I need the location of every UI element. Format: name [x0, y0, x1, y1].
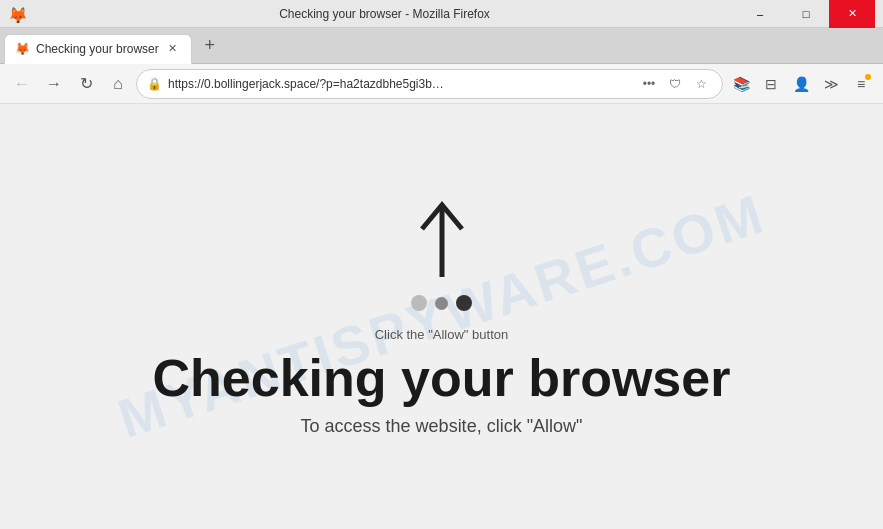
url-more-button[interactable]: ••• [638, 73, 660, 95]
reload-button[interactable]: ↻ [72, 70, 100, 98]
sub-heading: To access the website, click "Allow" [301, 416, 583, 437]
titlebar: 🦊 Checking your browser - Mozilla Firefo… [0, 0, 883, 28]
main-heading: Checking your browser [153, 348, 731, 408]
extensions-button[interactable]: ≫ [817, 70, 845, 98]
maximize-button[interactable]: □ [783, 0, 829, 28]
new-tab-button[interactable]: + [196, 32, 224, 60]
url-action-icons: ••• 🛡 ☆ [638, 73, 712, 95]
lock-icon: 🔒 [147, 77, 162, 91]
click-hint-text: Click the "Allow" button [375, 327, 509, 342]
active-tab[interactable]: 🦊 Checking your browser ✕ [4, 34, 192, 64]
url-bar[interactable]: 🔒 https://0.bollingerjack.space/?p=ha2ta… [136, 69, 723, 99]
url-text: https://0.bollingerjack.space/?p=ha2tazd… [168, 77, 632, 91]
home-button[interactable]: ⌂ [104, 70, 132, 98]
dot-1 [411, 295, 427, 311]
tabbar: 🦊 Checking your browser ✕ + [0, 28, 883, 64]
toolbar-right: 📚 ⊟ 👤 ≫ ≡ [727, 70, 875, 98]
tab-close-button[interactable]: ✕ [165, 41, 181, 57]
window-title: Checking your browser - Mozilla Firefox [32, 7, 737, 21]
close-button[interactable]: ✕ [829, 0, 875, 28]
bookmark-button[interactable]: ☆ [690, 73, 712, 95]
dot-3 [456, 295, 472, 311]
back-button[interactable]: ← [8, 70, 36, 98]
shield-button[interactable]: 🛡 [664, 73, 686, 95]
minimize-button[interactable]: – [737, 0, 783, 28]
content-area: MYANTISPYWARE.COM Click the "Allow" butt… [0, 104, 883, 529]
container-button[interactable]: 👤 [787, 70, 815, 98]
dot-2 [435, 297, 448, 310]
tab-icon: 🦊 [15, 42, 30, 56]
firefox-icon: 🦊 [8, 6, 24, 22]
menu-button[interactable]: ≡ [847, 70, 875, 98]
synced-tabs-button[interactable]: ⊟ [757, 70, 785, 98]
loading-dots [411, 295, 472, 311]
forward-button[interactable]: → [40, 70, 68, 98]
library-button[interactable]: 📚 [727, 70, 755, 98]
tab-title: Checking your browser [36, 42, 159, 56]
arrow-up-icon [414, 197, 470, 291]
watermark: MYANTISPYWARE.COM [0, 104, 883, 529]
toolbar: ← → ↻ ⌂ 🔒 https://0.bollingerjack.space/… [0, 64, 883, 104]
window-controls: – □ ✕ [737, 0, 875, 28]
